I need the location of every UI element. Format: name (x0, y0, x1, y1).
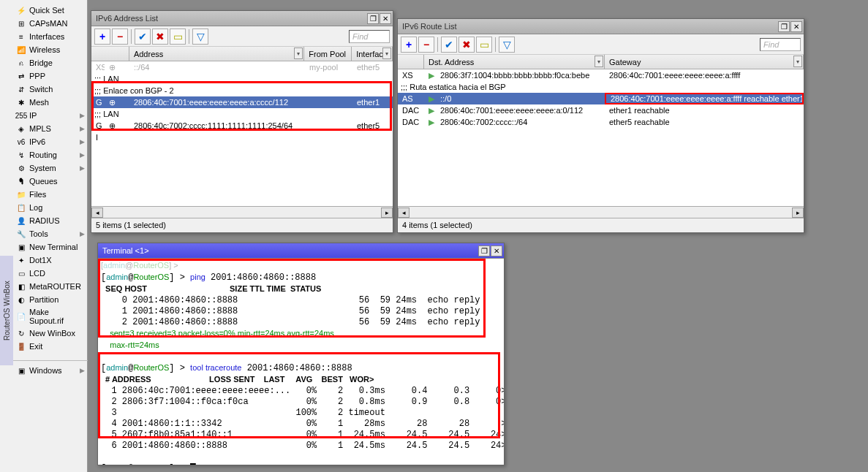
col-flag[interactable] (91, 47, 129, 61)
grid-body[interactable]: XS▶2806:3f7:1004:bbbb:bbbb:bbbb:f0ca:beb… (398, 69, 804, 206)
comment-row[interactable]: ;;; Ruta estatica hacia el BGP (398, 81, 804, 93)
scroll-right-button[interactable]: ▸ (792, 208, 804, 218)
grid-body[interactable]: XS⊕::/64my-poolether5;;; LAN;;; Enlace c… (91, 61, 393, 206)
chevron-down-icon[interactable]: ▾ (793, 56, 802, 67)
menu-label: IP (29, 111, 80, 120)
menu-label: Wireless (29, 45, 85, 54)
sidebar-item-capsman[interactable]: ⊞CAPsMAN (13, 17, 88, 30)
address-row[interactable]: I (91, 132, 393, 143)
restore-button[interactable]: ❐ (778, 21, 790, 32)
remove-button[interactable]: − (418, 37, 434, 53)
disable-button[interactable]: ✖ (152, 28, 168, 45)
scrollbar-horizontal[interactable]: ◂ ▸ (91, 206, 393, 218)
sidebar-item-files[interactable]: 📁Files (13, 188, 88, 201)
col-gateway[interactable]: Gateway▾ (605, 55, 804, 69)
sidebar-item-interfaces[interactable]: ≡Interfaces (13, 30, 88, 43)
sidebar-item-ip[interactable]: 255IP▶ (13, 109, 88, 122)
menu-icon: ⎌ (16, 58, 26, 68)
route-row[interactable]: AS▶::/02806:40c:7001:eeee:eeee:eeee:a:ff… (398, 93, 804, 104)
sidebar-item-radius[interactable]: 👤RADIUS (13, 214, 88, 227)
sidebar-item-bridge[interactable]: ⎌Bridge (13, 56, 88, 69)
filter-button[interactable]: ▽ (499, 37, 515, 53)
menu-label: Dot1X (29, 256, 85, 264)
disable-button[interactable]: ✖ (458, 37, 475, 53)
chevron-down-icon[interactable]: ▾ (595, 56, 603, 67)
sidebar-item-make-supout-rif[interactable]: 📄Make Supout.rif (13, 306, 88, 327)
menu-label: Log (29, 203, 85, 212)
sidebar-item-queues[interactable]: 🖣Queues (13, 175, 88, 188)
sidebar-item-windows[interactable]: ▣Windows▶ (13, 364, 88, 377)
sidebar-item-new-terminal[interactable]: ▣New Terminal (13, 240, 88, 254)
col-address[interactable]: Address▾ (129, 47, 304, 61)
windows-icon: ▣ (16, 365, 26, 376)
close-button[interactable]: ✕ (380, 13, 391, 24)
close-button[interactable]: ✕ (790, 21, 802, 32)
comment-row[interactable]: ;;; LAN (91, 108, 393, 120)
sidebar-item-partition[interactable]: ◐Partition (13, 293, 88, 306)
comment-row[interactable]: ;;; Enlace con BGP - 2 (91, 85, 393, 96)
menu-icon: v6 (16, 137, 26, 147)
sidebar-item-ppp[interactable]: ⇄PPP (13, 69, 88, 83)
titlebar[interactable]: IPv6 Address List ❐ ✕ (91, 11, 393, 26)
menu-label: CAPsMAN (29, 19, 85, 28)
terminal-output[interactable]: [admin@RouterOS] > [admin@RouterOS] > pi… (98, 259, 504, 465)
sidebar-item-wireless[interactable]: 📶Wireless (13, 43, 88, 56)
address-row[interactable]: G⊕2806:40c:7001:eeee:eeee:eeee:a:cccc/11… (91, 96, 393, 108)
scrollbar-horizontal[interactable]: ◂ ▸ (398, 206, 804, 218)
col-dst[interactable]: Dst. Address▾ (424, 55, 605, 69)
sidebar-item-lcd[interactable]: ▭LCD (13, 267, 88, 280)
sidebar-item-mpls[interactable]: ◈MPLS▶ (13, 122, 88, 135)
sidebar-item-mesh[interactable]: ✱Mesh (13, 96, 88, 109)
add-button[interactable]: + (94, 28, 110, 45)
highlight-box (98, 259, 486, 338)
find-input[interactable]: Find (760, 38, 801, 51)
add-button[interactable]: + (401, 37, 417, 53)
sidebar-item-quick-set[interactable]: ⚡Quick Set (13, 4, 88, 17)
comment-button[interactable]: ▭ (476, 37, 492, 53)
menu-icon: ◐ (16, 294, 26, 305)
sidebar-item-new-winbox[interactable]: ↻New WinBox (13, 327, 88, 340)
sidebar-item-dot1x[interactable]: ✦Dot1X (13, 254, 88, 267)
sidebar-item-log[interactable]: 📋Log (13, 201, 88, 214)
col-flag[interactable] (398, 55, 424, 69)
enable-button[interactable]: ✔ (135, 28, 151, 45)
route-row[interactable]: DAC▶2806:40c:7002:cccc::/64ether5 reacha… (398, 116, 804, 128)
col-frompool[interactable]: From Pool (304, 47, 352, 61)
menu-icon: ⚡ (16, 5, 26, 15)
menu-icon: ≡ (16, 31, 26, 42)
enable-button[interactable]: ✔ (441, 37, 457, 53)
menu-label: IPv6 (29, 137, 80, 146)
scroll-right-button[interactable]: ▸ (381, 208, 393, 218)
menu-icon: ↻ (16, 328, 26, 338)
sidebar-item-routing[interactable]: ↯Routing▶ (13, 148, 88, 161)
address-row[interactable]: XS⊕::/64my-poolether5 (91, 61, 393, 73)
route-row[interactable]: XS▶2806:3f7:1004:bbbb:bbbb:bbbb:f0ca:beb… (398, 69, 804, 81)
menu-label: New Terminal (29, 243, 85, 251)
scroll-left-button[interactable]: ◂ (91, 208, 103, 218)
menu-icon: 255 (16, 110, 26, 121)
filter-button[interactable]: ▽ (192, 28, 208, 45)
chevron-down-icon[interactable]: ▾ (382, 47, 391, 59)
chevron-down-icon[interactable]: ▾ (294, 47, 303, 59)
restore-button[interactable]: ❐ (478, 245, 490, 256)
sidebar-item-exit[interactable]: 🚪Exit (13, 340, 88, 353)
window-title: Terminal <1> (99, 246, 478, 255)
close-button[interactable]: ✕ (491, 245, 502, 256)
restore-button[interactable]: ❐ (367, 13, 379, 24)
route-row[interactable]: DAC▶2806:40c:7001:eeee:eeee:eeee:a:0/112… (398, 104, 804, 116)
sidebar-item-ipv6[interactable]: v6IPv6▶ (13, 135, 88, 148)
sidebar-item-metarouter[interactable]: ◧MetaROUTER (13, 280, 88, 293)
comment-row[interactable]: ;;; LAN (91, 73, 393, 85)
sidebar-item-system[interactable]: ⚙System▶ (13, 161, 88, 175)
titlebar[interactable]: IPv6 Route List ❐ ✕ (398, 19, 804, 34)
address-row[interactable]: G⊕2806:40c:7002:cccc:1111:1111:1111:254/… (91, 120, 393, 132)
menu-label: Routing (29, 151, 80, 159)
sidebar-item-tools[interactable]: 🔧Tools▶ (13, 227, 88, 240)
sidebar-item-switch[interactable]: ⇵Switch (13, 83, 88, 96)
find-input[interactable]: Find (349, 30, 390, 43)
comment-button[interactable]: ▭ (170, 28, 186, 45)
remove-button[interactable]: − (112, 28, 128, 45)
scroll-left-button[interactable]: ◂ (398, 208, 410, 218)
titlebar[interactable]: Terminal <1> ❐ ✕ (98, 243, 504, 259)
col-interface[interactable]: Interface▾ (352, 47, 393, 61)
